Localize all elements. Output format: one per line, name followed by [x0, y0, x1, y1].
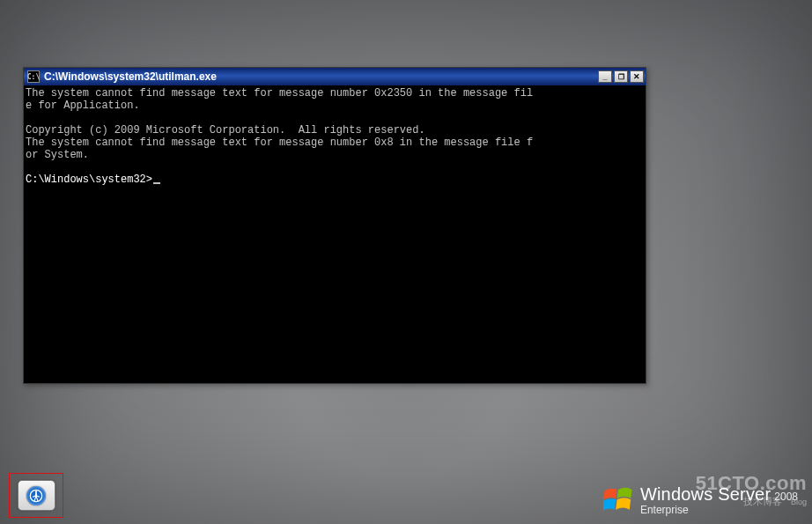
- cursor-icon: [153, 182, 160, 184]
- ease-of-access-highlight: [9, 473, 63, 518]
- windows-brand: Windows Server 2008 Enterprise: [603, 485, 798, 515]
- cmd-titlebar[interactable]: C:\ C:\Windows\system32\utilman.exe _ ❐ …: [24, 68, 646, 85]
- cmd-window: C:\ C:\Windows\system32\utilman.exe _ ❐ …: [23, 67, 646, 384]
- svg-point-1: [35, 491, 37, 492]
- cmd-icon: C:\: [27, 70, 40, 83]
- cmd-console[interactable]: The system cannot find message text for …: [26, 87, 644, 381]
- ease-of-access-icon: [26, 486, 46, 506]
- ease-of-access-button[interactable]: [18, 480, 55, 511]
- cmd-prompt: C:\Windows\system32>: [26, 173, 152, 186]
- close-button[interactable]: ✕: [630, 70, 644, 83]
- minimize-button[interactable]: _: [598, 70, 612, 83]
- maximize-button[interactable]: ❐: [614, 70, 628, 83]
- cmd-title-text: C:\Windows\system32\utilman.exe: [44, 70, 594, 83]
- windows-flag-icon: [603, 487, 633, 513]
